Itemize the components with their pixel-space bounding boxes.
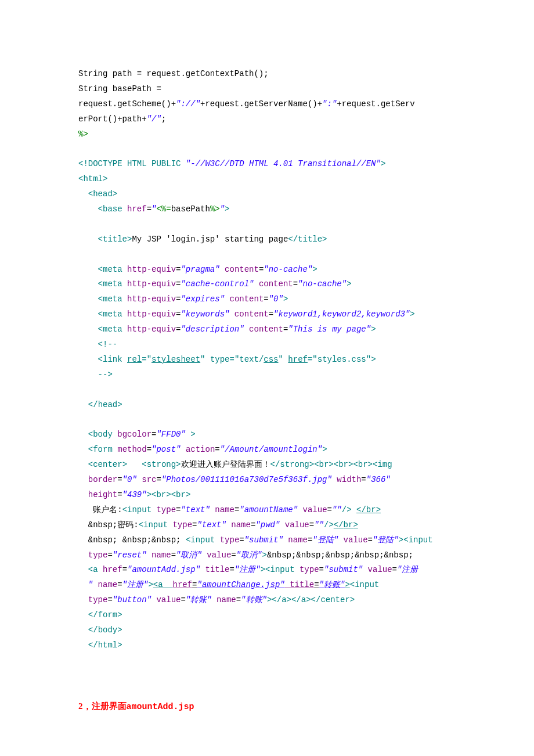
- code-line: <meta http-equiv="cache-control" content…: [78, 277, 456, 292]
- code-line: </html>: [78, 638, 456, 653]
- code-line: <body bgcolor="FFD0" >: [78, 427, 456, 442]
- code-line: 账户名:<input type="text" name="amountName"…: [78, 503, 456, 518]
- code-line: <!--: [78, 337, 456, 352]
- code-line: <base href="<%=basePath%>">: [78, 202, 456, 217]
- code-line: String basePath =: [78, 82, 456, 97]
- code-line: <!DOCTYPE HTML PUBLIC "-//W3C//DTD HTML …: [78, 157, 456, 172]
- code-line: " name="注册"><a href="amountChange.jsp" t…: [78, 578, 456, 593]
- code-line: border="0" src="Photos/001111016a730d7e5…: [78, 473, 456, 488]
- code-line: &nbsp; &nbsp;&nbsp; <input type="submit"…: [78, 533, 456, 548]
- code-line: <meta http-equiv="pragma" content="no-ca…: [78, 262, 456, 278]
- code-line: </head>: [78, 398, 456, 413]
- code-line: </body>: [78, 623, 456, 638]
- code-line: <title>My JSP 'login.jsp' starting page<…: [78, 232, 456, 247]
- code-line: type="reset" name="取消" value="取消">&nbsp;…: [78, 548, 456, 563]
- code-line: <center> <strong>欢迎进入账户登陆界面！</strong><br…: [78, 458, 456, 473]
- code-line: type="button" value="转账" name="转账"></a><…: [78, 593, 456, 608]
- code-line: request.getScheme()+"://"+request.getSer…: [78, 97, 456, 112]
- code-line: <meta http-equiv="keywords" content="key…: [78, 307, 456, 322]
- code-line: <meta http-equiv="description" content="…: [78, 322, 456, 337]
- code-line: <html>: [78, 172, 456, 187]
- code-line: erPort()+path+"/";: [78, 112, 456, 127]
- code-line: <a href="amountAdd.jsp" title="注册"><inpu…: [78, 563, 456, 578]
- section-heading: 2，注册界面amountAdd.jsp: [78, 699, 456, 715]
- code-line: -->: [78, 368, 456, 383]
- code-line: <link rel="stylesheet" type="text/css" h…: [78, 352, 456, 368]
- code-line: &nbsp;密码:<input type="text" name="pwd" v…: [78, 518, 456, 533]
- code-line: <meta http-equiv="expires" content="0">: [78, 292, 456, 307]
- code-line: %>: [78, 127, 456, 142]
- code-line: height="439"><br><br>: [78, 488, 456, 503]
- code-line: <form method="post" action="/Amount/amou…: [78, 442, 456, 458]
- code-line: String path = request.getContextPath();: [78, 67, 456, 82]
- code-line: <head>: [78, 187, 456, 202]
- code-line: </form>: [78, 608, 456, 623]
